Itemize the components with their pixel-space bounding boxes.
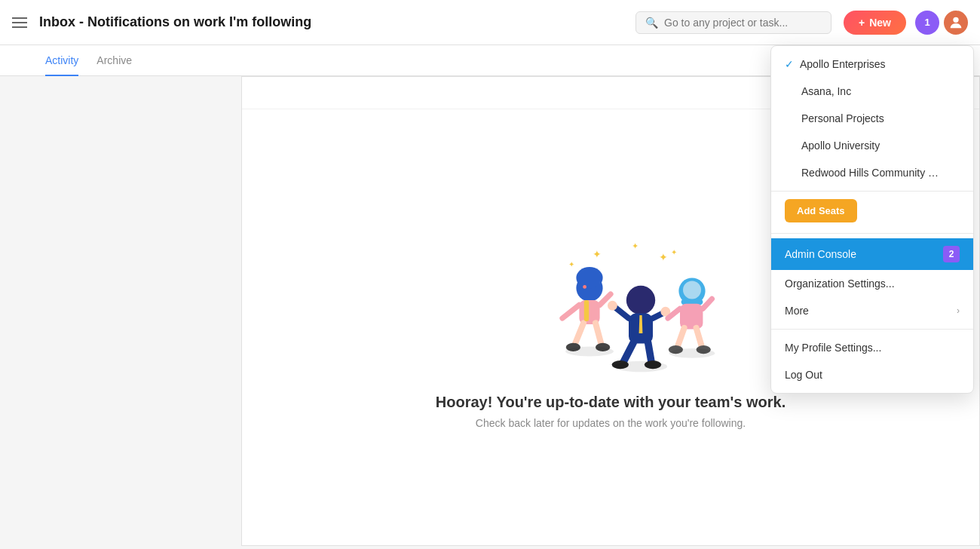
org-label-apollo-enterprises: Apollo Enterprises	[800, 58, 886, 70]
svg-marker-19	[639, 315, 643, 333]
dropdown-item-personal-projects[interactable]: Personal Projects	[771, 105, 973, 132]
hamburger-menu[interactable]	[12, 17, 27, 28]
svg-text:✦: ✦	[671, 248, 677, 256]
svg-line-11	[596, 323, 602, 345]
svg-line-21	[648, 342, 652, 363]
avatar-badge[interactable]: 1	[915, 11, 939, 35]
svg-line-10	[574, 323, 583, 345]
dropdown-add-seats-section: Add Seats	[771, 191, 973, 233]
svg-line-33	[697, 328, 703, 348]
org-settings-label: Organization Settings...	[785, 278, 895, 290]
more-label: More	[785, 305, 809, 317]
svg-point-26	[608, 301, 617, 311]
admin-console-badge: 2	[943, 246, 960, 262]
dropdown-admin-section: Admin Console 2 Organization Settings...…	[771, 233, 973, 329]
dropdown-item-apollo-university[interactable]: Apollo University	[771, 132, 973, 159]
logout-label: Log Out	[785, 369, 822, 381]
svg-line-12	[562, 305, 579, 318]
user-avatar[interactable]	[944, 11, 968, 35]
new-button[interactable]: + New	[844, 11, 906, 35]
org-label-apollo-university: Apollo University	[801, 140, 880, 152]
profile-settings-label: My Profile Settings...	[785, 342, 881, 354]
svg-line-35	[703, 299, 712, 308]
dropdown-item-org-settings[interactable]: Organization Settings...	[771, 270, 973, 297]
search-icon: 🔍	[645, 17, 658, 29]
dropdown-item-asana-inc[interactable]: Asana, Inc	[771, 78, 973, 105]
svg-point-8	[583, 285, 586, 289]
tab-activity[interactable]: Activity	[45, 45, 78, 75]
avatar-area: 1	[915, 11, 968, 35]
dropdown-item-admin-console[interactable]: Admin Console 2	[771, 238, 973, 270]
empty-state-subtitle: Check back later for updates on the work…	[476, 417, 746, 429]
svg-text:✦: ✦	[659, 251, 668, 263]
svg-point-0	[953, 17, 958, 22]
search-input[interactable]	[664, 17, 822, 29]
check-icon: ✓	[785, 58, 794, 70]
empty-state-title: Hooray! You're up-to-date with your team…	[436, 394, 786, 411]
dancing-illustration: ✦ ✦ ✦ ✦ ✦	[490, 225, 731, 376]
svg-line-32	[677, 328, 684, 348]
sidebar	[0, 76, 241, 546]
svg-text:✦: ✦	[593, 248, 602, 260]
svg-point-30	[683, 281, 701, 299]
org-label-personal-projects: Personal Projects	[801, 112, 884, 124]
avatar-badge-number: 1	[924, 17, 929, 28]
svg-text:✦: ✦	[568, 260, 574, 268]
svg-point-38	[565, 347, 614, 357]
new-button-plus: +	[859, 17, 865, 29]
page-title: Inbox - Notifications on work I'm follow…	[39, 14, 635, 30]
new-button-label: New	[869, 17, 891, 29]
item-left: Redwood Hills Community Center	[785, 167, 945, 179]
item-left: ✓ Apollo Enterprises	[785, 58, 886, 70]
dropdown-item-apollo-enterprises[interactable]: ✓ Apollo Enterprises	[771, 51, 973, 78]
svg-line-20	[623, 342, 633, 363]
item-left: Apollo University	[785, 140, 880, 152]
admin-console-label: Admin Console	[785, 248, 856, 260]
dropdown-item-more[interactable]: More ›	[771, 297, 973, 324]
svg-text:✦: ✦	[632, 241, 639, 250]
org-label-redwood-hills: Redwood Hills Community Center	[801, 167, 945, 179]
search-bar[interactable]: 🔍	[635, 11, 831, 34]
svg-point-39	[614, 361, 667, 372]
dropdown-item-logout[interactable]: Log Out	[771, 361, 973, 388]
item-left: Personal Projects	[785, 112, 884, 124]
svg-point-40	[669, 348, 715, 358]
dropdown-orgs-section: ✓ Apollo Enterprises Asana, Inc Personal…	[771, 46, 973, 191]
chevron-right-icon: ›	[957, 305, 960, 316]
add-seats-button[interactable]: Add Seats	[785, 199, 857, 222]
svg-point-7	[576, 267, 602, 289]
user-dropdown-menu: ✓ Apollo Enterprises Asana, Inc Personal…	[770, 45, 974, 394]
dropdown-item-redwood-hills[interactable]: Redwood Hills Community Center	[771, 159, 973, 186]
svg-point-17	[626, 286, 655, 314]
tab-archive[interactable]: Archive	[96, 45, 132, 75]
dropdown-item-profile-settings[interactable]: My Profile Settings...	[771, 334, 973, 361]
svg-rect-16	[584, 300, 589, 321]
item-left: Asana, Inc	[785, 85, 851, 97]
dropdown-profile-section: My Profile Settings... Log Out	[771, 329, 973, 393]
app-header: Inbox - Notifications on work I'm follow…	[0, 0, 980, 45]
org-label-asana-inc: Asana, Inc	[801, 85, 851, 97]
